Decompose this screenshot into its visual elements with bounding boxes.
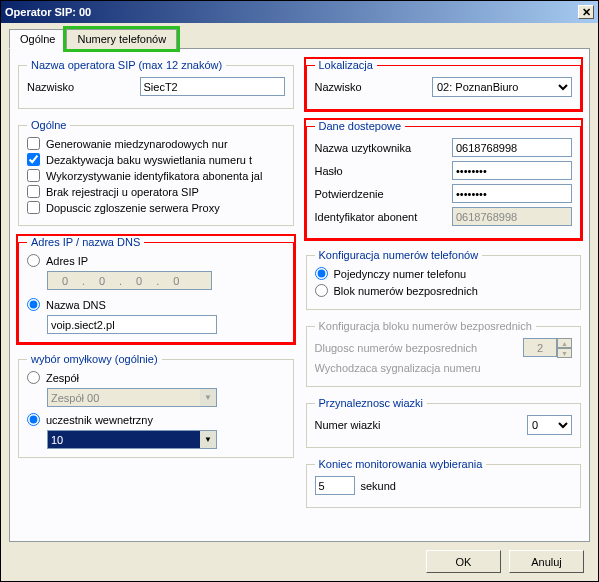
ip-octet-3 (122, 272, 156, 289)
ip-octet-2 (85, 272, 119, 289)
label-seconds-unit: sekund (361, 480, 396, 492)
chk-clip-deactivate[interactable] (27, 153, 40, 166)
legend-general: Ogólne (27, 119, 70, 131)
radio-number-block[interactable] (315, 284, 328, 297)
radio-ip[interactable] (27, 254, 40, 267)
group-dial-monitor: Koniec monitorowania wybierania sekund (306, 458, 582, 508)
group-block-config: Konfiguracja bloku numerów bezposrednich… (306, 320, 582, 387)
tab-panel-general: Nazwa operatora SIP (max 12 znaków) Nazw… (9, 48, 590, 542)
legend-number-config: Konfiguracja numerów telefonów (315, 249, 483, 261)
chk-allow-proxy[interactable] (27, 201, 40, 214)
legend-credentials: Dane dostepowe (315, 120, 406, 132)
radio-internal-user[interactable] (27, 413, 40, 426)
select-team (47, 388, 200, 407)
tab-general[interactable]: Ogólne (9, 29, 66, 49)
legend-bundle: Przynaleznosc wiazki (315, 397, 428, 409)
label-confirm: Potwierdzenie (315, 188, 447, 200)
select-internal-user[interactable] (47, 430, 200, 449)
legend-dial-monitor: Koniec monitorowania wybierania (315, 458, 487, 470)
input-operator-name[interactable] (140, 77, 285, 96)
group-bundle: Przynaleznosc wiazki Numer wiazki 0 (306, 397, 582, 448)
label-location: Nazwisko (315, 81, 427, 93)
select-bundle-number[interactable]: 0 (527, 415, 572, 435)
group-location: Lokalizacja Nazwisko 02: PoznanBiuro (306, 59, 582, 110)
radio-team[interactable] (27, 371, 40, 384)
label-op-name: Nazwisko (27, 81, 134, 93)
ip-octet-1 (48, 272, 82, 289)
ip-octet-4 (159, 272, 193, 289)
input-monitor-seconds[interactable] (315, 476, 355, 495)
window-title: Operator SIP: 00 (5, 6, 578, 18)
group-general-options: Ogólne Generowanie miedzynarodowych nur … (18, 119, 294, 226)
input-username[interactable] (452, 138, 572, 157)
legend-fallback: wybór omyłkowy (ogólnie) (27, 353, 162, 365)
close-icon[interactable]: ✕ (578, 5, 594, 19)
input-dns-name[interactable] (47, 315, 217, 334)
label-password: Hasło (315, 165, 447, 177)
spin-up-icon: ▲ (557, 338, 572, 348)
input-block-length (523, 338, 557, 357)
chk-international[interactable] (27, 137, 40, 150)
label-bundle-number: Numer wiazki (315, 419, 522, 431)
input-password[interactable] (452, 161, 572, 180)
legend-operator-name: Nazwa operatora SIP (max 12 znaków) (27, 59, 226, 71)
label-outgoing-signal: Wychodzaca sygnalizacja numeru (315, 362, 573, 374)
dialog-buttons: OK Anuluj (9, 542, 590, 573)
chevron-down-icon: ▼ (200, 388, 217, 407)
ok-button[interactable]: OK (426, 550, 501, 573)
group-operator-name: Nazwa operatora SIP (max 12 znaków) Nazw… (18, 59, 294, 109)
input-confirm-password[interactable] (452, 184, 572, 203)
group-fallback: wybór omyłkowy (ogólnie) Zespół ▼ uczest… (18, 353, 294, 458)
input-subscriber-id (452, 207, 572, 226)
legend-location: Lokalizacja (315, 59, 377, 71)
legend-block-config: Konfiguracja bloku numerów bezposrednich (315, 320, 536, 332)
legend-ip-dns: Adres IP / nazwa DNS (27, 236, 144, 248)
radio-dns[interactable] (27, 298, 40, 311)
select-location[interactable]: 02: PoznanBiuro (432, 77, 572, 97)
titlebar: Operator SIP: 00 ✕ (1, 1, 598, 23)
chevron-down-icon[interactable]: ▼ (200, 430, 217, 449)
chk-use-subscriber-id[interactable] (27, 169, 40, 182)
cancel-button[interactable]: Anuluj (509, 550, 584, 573)
spin-down-icon: ▼ (557, 348, 572, 358)
chk-no-registration[interactable] (27, 185, 40, 198)
tab-strip: Ogólne Numery telefonów (9, 29, 590, 49)
group-credentials: Dane dostepowe Nazwa uzytkownika Hasło P… (306, 120, 582, 239)
label-block-length: Dlugosc numerów bezposrednich (315, 342, 518, 354)
group-number-config: Konfiguracja numerów telefonów Pojedyncz… (306, 249, 582, 310)
label-username: Nazwa uzytkownika (315, 142, 447, 154)
radio-single-number[interactable] (315, 267, 328, 280)
group-ip-dns: Adres IP / nazwa DNS Adres IP . . . Nazw… (18, 236, 294, 343)
tab-phone-numbers[interactable]: Numery telefonów (66, 29, 177, 49)
input-ip-address: . . . (47, 271, 212, 290)
label-subscriber-id: Identyfikator abonent (315, 211, 447, 223)
window: Operator SIP: 00 ✕ Ogólne Numery telefon… (0, 0, 599, 582)
